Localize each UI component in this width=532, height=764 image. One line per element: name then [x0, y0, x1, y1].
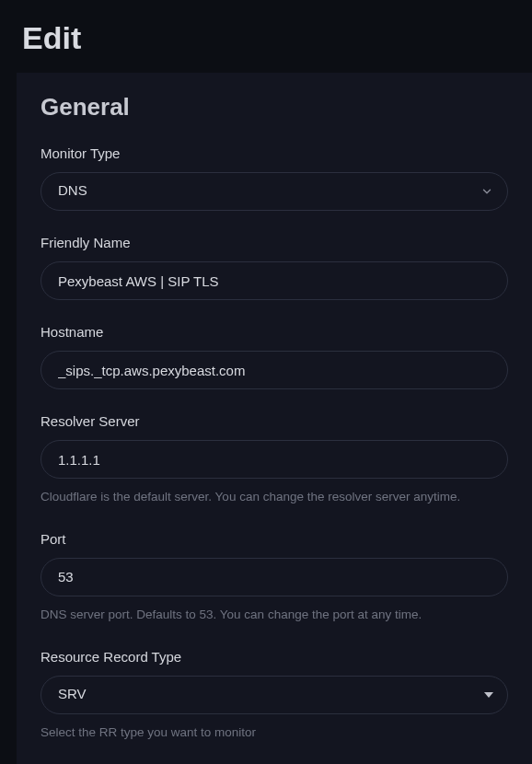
general-panel: General Monitor Type DNS Friendly Name H… [17, 73, 532, 764]
select-wrap-rr-type: SRV [40, 676, 508, 714]
resolver-server-input[interactable] [40, 440, 508, 479]
field-rr-type: Resource Record Type SRV Select the RR t… [40, 649, 508, 743]
friendly-name-input[interactable] [40, 261, 508, 300]
label-friendly-name: Friendly Name [40, 235, 508, 250]
helper-port: DNS server port. Defaults to 53. You can… [40, 606, 508, 625]
port-input[interactable] [40, 558, 508, 596]
label-port: Port [40, 531, 508, 547]
rr-type-select[interactable]: SRV [40, 676, 508, 714]
section-title-general: General [40, 93, 508, 122]
field-hostname: Hostname [40, 324, 508, 389]
label-monitor-type: Monitor Type [40, 145, 508, 161]
hostname-input[interactable] [40, 351, 508, 389]
label-hostname: Hostname [40, 324, 508, 340]
select-wrap-monitor-type: DNS [40, 172, 508, 211]
helper-rr-type: Select the RR type you want to monitor [40, 723, 508, 743]
field-monitor-type: Monitor Type DNS [40, 145, 508, 211]
field-friendly-name: Friendly Name [40, 235, 508, 300]
field-resolver-server: Resolver Server Cloudflare is the defaul… [40, 413, 508, 507]
label-rr-type: Resource Record Type [40, 649, 508, 665]
helper-resolver-server: Cloudflare is the default server. You ca… [40, 488, 508, 507]
label-resolver-server: Resolver Server [40, 413, 508, 429]
monitor-type-select[interactable]: DNS [40, 172, 508, 211]
page-title: Edit [0, 0, 532, 73]
field-port: Port DNS server port. Defaults to 53. Yo… [40, 531, 508, 625]
